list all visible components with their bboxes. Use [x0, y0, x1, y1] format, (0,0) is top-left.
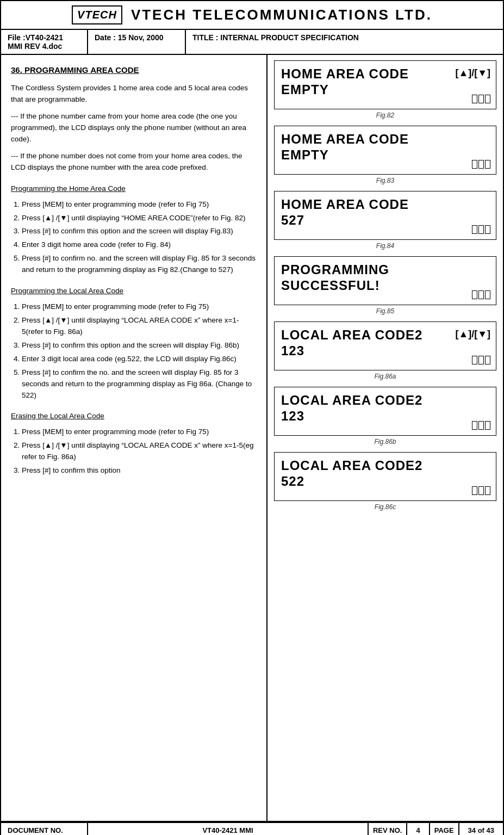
erase-step-1: Press [MEM] to enter programming mode (r… [22, 426, 257, 438]
local-step-4: Enter 3 digit local area code (eg.522, t… [22, 354, 257, 365]
fig-label-fig83: Fig.83 [267, 177, 503, 184]
nav-icon-fig82: [▲]/[▼] [455, 67, 490, 79]
nav-icon-fig86a: [▲]/[▼] [455, 329, 490, 340]
fig-label-fig86a: Fig.86a [267, 373, 503, 380]
footer-page-number: 34 of 43 [459, 823, 503, 835]
home-step-2: Press [▲] /[▼] until displaying “HOME AR… [22, 213, 257, 224]
screen-wrapper-fig85: PROGRAMMINGSUCCESSFUL!Fig.85 [267, 251, 503, 316]
logo-text: VTECH [77, 9, 117, 21]
screen-box-fig86c: LOCAL AREA CODE2522 [274, 452, 496, 501]
screen-wrapper-fig86b: LOCAL AREA CODE2123Fig.86b [267, 381, 503, 447]
screen-wrapper-fig82: HOME AREA CODEEMPTY[▲]/[▼]Fig.82 [267, 55, 503, 120]
screen-line2-fig82: EMPTY [281, 82, 489, 98]
screen-box-fig84: HOME AREA CODE527 [274, 191, 496, 240]
erase-step-3: Press [#] to confirm this option [22, 465, 257, 477]
battery-icon-fig86a [472, 356, 490, 364]
screen-wrapper-fig86a: LOCAL AREA CODE2123[▲]/[▼]Fig.86a [267, 316, 503, 381]
file-label2: MMI REV 4.doc [8, 42, 80, 51]
home-step-4: Enter 3 digit home area code (refer to F… [22, 239, 257, 251]
erase-steps-list: Press [MEM] to enter programming mode (r… [22, 426, 257, 477]
left-panel: 36. PROGRAMMING AREA CODE The Cordless S… [1, 55, 267, 821]
fig-label-fig86b: Fig.86b [267, 438, 503, 446]
main-content: 36. PROGRAMMING AREA CODE The Cordless S… [1, 55, 503, 822]
fig-label-fig84: Fig.84 [267, 242, 503, 250]
screen-wrapper-fig86c: LOCAL AREA CODE2522Fig.86c [267, 447, 503, 512]
battery-icon-fig82 [472, 95, 490, 103]
local-step-3: Press [#] to confirm this option and the… [22, 340, 257, 351]
screen-line1-fig86b: LOCAL AREA CODE2 [281, 393, 489, 409]
home-step-3: Press [#] to confirm this option and the… [22, 226, 257, 237]
battery-icon-fig86b [472, 421, 490, 430]
local-step-5: Press [#] to confirm the no. and the scr… [22, 367, 257, 401]
file-label: File :VT40-2421 [8, 33, 80, 42]
footer-rev-number: 4 [407, 823, 430, 835]
battery-icon-fig84 [472, 225, 490, 234]
screen-line1-fig86c: LOCAL AREA CODE2 [281, 458, 489, 474]
screen-box-fig86b: LOCAL AREA CODE2123 [274, 387, 496, 436]
document-title: TITLE : INTERNAL PRODUCT SPECIFICATION [186, 30, 503, 54]
erase-area-heading: Erasing the Local Area Code [11, 411, 257, 422]
company-logo: VTECH [72, 5, 122, 24]
para3: --- If the phone number does not come fr… [11, 151, 257, 174]
fig-label-fig86c: Fig.86c [267, 503, 503, 511]
screen-wrapper-fig84: HOME AREA CODE527Fig.84 [267, 185, 503, 251]
screen-line2-fig85: SUCCESSFUL! [281, 278, 489, 294]
para1: The Cordless System provides 1 home area… [11, 83, 257, 106]
document-subheader: File :VT40-2421 MMI REV 4.doc Date : 15 … [1, 30, 503, 55]
fig-label-fig82: Fig.82 [267, 112, 503, 119]
screen-line2-fig86a: 123 [281, 343, 489, 359]
screen-line1-fig84: HOME AREA CODE [281, 197, 489, 213]
screen-line2-fig86b: 123 [281, 409, 489, 424]
battery-icon-fig85 [472, 290, 490, 299]
screen-line1-fig83: HOME AREA CODE [281, 132, 489, 147]
local-step-2: Press [▲] /[▼] until displaying “LOCAL A… [22, 315, 257, 338]
local-step-1: Press [MEM] to enter programming mode (r… [22, 301, 257, 313]
page-footer: DOCUMENT NO. VT40-2421 MMI REV NO. 4 PAG… [1, 822, 503, 835]
erase-step-2: Press [▲] /[▼] until displaying “LOCAL A… [22, 440, 257, 463]
screen-line2-fig86c: 522 [281, 474, 489, 490]
footer-doc-number: VT40-2421 MMI [88, 823, 369, 835]
home-steps-list: Press [MEM] to enter programming mode (r… [22, 199, 257, 276]
page-header: VTECH VTECH TELECOMMUNICATIONS LTD. [1, 1, 503, 30]
home-step-5: Press [#] to confirm no. and the screen … [22, 253, 257, 276]
screen-box-fig83: HOME AREA CODEEMPTY [274, 126, 496, 175]
home-area-heading: Programming the Home Area Code [11, 183, 257, 195]
home-step-1: Press [MEM] to enter programming mode (r… [22, 199, 257, 211]
screen-box-fig82: HOME AREA CODEEMPTY[▲]/[▼] [274, 60, 496, 109]
para2: --- If the phone number came from your h… [11, 111, 257, 145]
screen-line1-fig85: PROGRAMMING [281, 262, 489, 278]
section-heading: 36. PROGRAMMING AREA CODE [11, 64, 257, 76]
local-steps-list: Press [MEM] to enter programming mode (r… [22, 301, 257, 401]
battery-icon-fig83 [472, 160, 490, 169]
footer-page-label: PAGE [430, 823, 459, 835]
date-info: Date : 15 Nov, 2000 [88, 30, 186, 54]
footer-rev-label: REV NO. [369, 823, 407, 835]
fig-label-fig85: Fig.85 [267, 307, 503, 315]
local-area-heading: Programming the Local Area Code [11, 286, 257, 297]
screen-wrapper-fig83: HOME AREA CODEEMPTYFig.83 [267, 120, 503, 185]
screen-box-fig85: PROGRAMMINGSUCCESSFUL! [274, 256, 496, 305]
footer-doc-label: DOCUMENT NO. [1, 823, 88, 835]
screen-line2-fig84: 527 [281, 213, 489, 228]
right-panel: HOME AREA CODEEMPTY[▲]/[▼]Fig.82HOME ARE… [267, 55, 503, 821]
screen-box-fig86a: LOCAL AREA CODE2123[▲]/[▼] [274, 321, 496, 370]
battery-icon-fig86c [472, 486, 490, 495]
screen-line2-fig83: EMPTY [281, 147, 489, 163]
file-info: File :VT40-2421 MMI REV 4.doc [1, 30, 88, 54]
company-title: VTECH TELECOMMUNICATIONS LTD. [131, 7, 432, 23]
